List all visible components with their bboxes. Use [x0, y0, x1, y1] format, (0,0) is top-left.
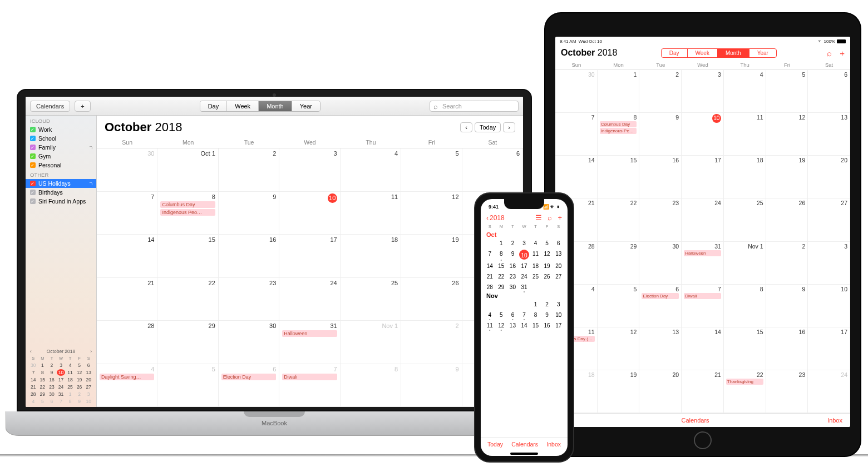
- search-icon[interactable]: ⌕: [548, 213, 552, 222]
- cal-work[interactable]: Work: [26, 125, 96, 134]
- iphone-calendar-app: 9:41📶 ᯤ ▮ ‹2018 ☰⌕+ SMTWTFS Oct 123456 7…: [481, 199, 568, 456]
- calendars-button[interactable]: Calendars: [681, 417, 709, 424]
- share-icon: ◠: [88, 180, 94, 186]
- add-event-icon[interactable]: +: [558, 213, 562, 222]
- macos-calendar-window: Calendars + Day Week Month Year Search i…: [26, 97, 523, 407]
- search-icon[interactable]: ⌕: [827, 48, 832, 58]
- wifi-icon: ᯤ: [550, 204, 555, 210]
- ipad-footer: Calendars Inbox: [555, 413, 850, 427]
- mac-month-grid[interactable]: 30 Oct 1 2 3 4 5 6 7 8Columbus DayIndige…: [97, 148, 523, 407]
- seg-month[interactable]: Month: [717, 49, 749, 57]
- cal-personal[interactable]: Personal: [26, 161, 96, 170]
- event[interactable]: Columbus Day: [600, 121, 637, 127]
- search-input[interactable]: Search: [430, 101, 519, 112]
- seg-month[interactable]: Month: [258, 101, 292, 111]
- ipad-month-grid[interactable]: 30 123456 7 8Columbus DayIndigenous Peop…: [555, 70, 850, 413]
- event[interactable]: Halloween: [282, 330, 337, 337]
- mini-next[interactable]: ›: [90, 349, 92, 354]
- iphone-oct-grid[interactable]: 123456 78910111213 14151617181920 212223…: [481, 239, 568, 291]
- mac-calendar-main: October 2018 ‹ Today › SunMonTueWedThuFr…: [97, 116, 523, 407]
- event[interactable]: Daylight Saving…: [100, 374, 154, 380]
- back-button[interactable]: ‹2018: [486, 214, 505, 222]
- inbox-button[interactable]: Inbox: [546, 441, 561, 448]
- ipad-day-headers: SunMonTueWedThuFriSat: [555, 60, 850, 70]
- event[interactable]: Halloween: [684, 250, 721, 256]
- add-event-icon[interactable]: +: [840, 48, 845, 58]
- view-segmented-control[interactable]: Day Week Month Year: [200, 101, 320, 112]
- seg-week[interactable]: Week: [687, 49, 717, 57]
- event[interactable]: Diwali: [282, 374, 337, 380]
- prev-month-button[interactable]: ‹: [460, 122, 472, 132]
- iphone-device: 9:41📶 ᯤ ▮ ‹2018 ☰⌕+ SMTWTFS Oct 123456 7…: [474, 192, 574, 463]
- next-month-button[interactable]: ›: [503, 122, 515, 132]
- add-button[interactable]: +: [75, 101, 90, 112]
- ipad-view-segment[interactable]: Day Week Month Year: [661, 48, 777, 58]
- inbox-button[interactable]: Inbox: [827, 417, 842, 424]
- seg-year[interactable]: Year: [749, 49, 776, 57]
- sidebar-section-icloud: iCloud: [26, 116, 96, 125]
- home-indicator[interactable]: [510, 453, 538, 455]
- event[interactable]: Indigenous Peo…: [160, 209, 215, 216]
- month-title: October 2018: [105, 120, 182, 135]
- mac-toolbar: Calendars + Day Week Month Year Search: [26, 97, 523, 116]
- battery-icon: ▮: [557, 204, 560, 210]
- mini-calendar[interactable]: ‹October 2018› SMTWTFS 30123456 78910111…: [26, 345, 96, 407]
- battery-icon: [837, 39, 846, 43]
- event[interactable]: Indigenous Peop…: [600, 128, 637, 134]
- cal-birthdays[interactable]: Birthdays: [26, 188, 96, 197]
- iphone-day-headers: SMTWTFS: [481, 223, 568, 230]
- mini-prev[interactable]: ‹: [30, 349, 32, 354]
- event[interactable]: Election Day: [221, 374, 276, 380]
- event[interactable]: Columbus Day: [160, 201, 215, 208]
- cal-gym[interactable]: Gym: [26, 152, 96, 161]
- cal-family[interactable]: Family◠: [26, 143, 96, 152]
- iphone-nov-grid[interactable]: 123 45678910 11121314151617: [481, 300, 568, 330]
- seg-week[interactable]: Week: [226, 101, 258, 111]
- signal-icon: 📶: [543, 204, 549, 210]
- seg-day[interactable]: Day: [662, 49, 687, 57]
- event[interactable]: Election Day: [642, 293, 679, 299]
- chevron-left-icon: ‹: [486, 214, 489, 222]
- calendars-button[interactable]: Calendars: [30, 101, 70, 112]
- mac-sidebar: iCloud Work School Family◠ Gym Personal …: [26, 116, 97, 407]
- wifi-icon: ᯤ: [818, 39, 822, 44]
- cal-us-holidays[interactable]: US Holidays◠: [26, 179, 96, 188]
- month-label-oct: Oct: [481, 230, 568, 239]
- today-button[interactable]: Today: [475, 122, 501, 132]
- calendars-button[interactable]: Calendars: [511, 441, 538, 448]
- seg-day[interactable]: Day: [200, 101, 227, 111]
- today-button[interactable]: Today: [487, 441, 503, 448]
- sidebar-section-other: Other: [26, 170, 96, 179]
- event[interactable]: Thanksgiving: [726, 379, 763, 385]
- ipad-status-bar: 9:41 AM Wed Oct 10 ᯤ100%: [555, 37, 850, 46]
- cal-school[interactable]: School: [26, 134, 96, 143]
- macbook-label: MacBook: [262, 420, 287, 426]
- ipad-calendar-app: 9:41 AM Wed Oct 10 ᯤ100% October 2018 Da…: [555, 37, 850, 427]
- list-icon[interactable]: ☰: [535, 213, 542, 222]
- mac-day-headers: SunMonTueWedThuFriSat: [97, 137, 523, 148]
- iphone-footer: Today Calendars Inbox: [481, 437, 568, 451]
- home-button[interactable]: [694, 431, 712, 449]
- event[interactable]: Diwali: [684, 293, 721, 299]
- share-icon: ◠: [88, 144, 94, 150]
- ipad-device: 9:41 AM Wed Oct 10 ᯤ100% October 2018 Da…: [544, 12, 861, 457]
- macbook-device: Calendars + Day Week Month Year Search i…: [6, 89, 543, 456]
- seg-year[interactable]: Year: [292, 101, 320, 111]
- cal-siri[interactable]: Siri Found in Apps: [26, 197, 96, 206]
- ipad-month-title: October 2018: [561, 48, 617, 58]
